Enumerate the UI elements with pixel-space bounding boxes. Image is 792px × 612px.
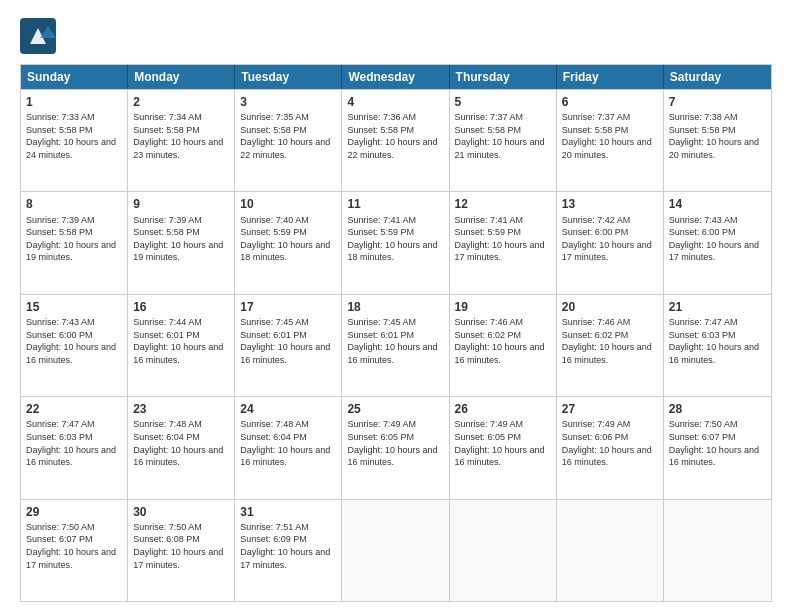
sun-info: Sunrise: 7:41 AM Sunset: 5:59 PM Dayligh… xyxy=(455,214,551,264)
day-number: 8 xyxy=(26,196,122,212)
day-number: 4 xyxy=(347,94,443,110)
day-number: 5 xyxy=(455,94,551,110)
sun-info: Sunrise: 7:46 AM Sunset: 6:02 PM Dayligh… xyxy=(562,316,658,366)
logo-icon xyxy=(20,18,56,54)
day-number: 23 xyxy=(133,401,229,417)
day-number: 18 xyxy=(347,299,443,315)
calendar-cell: 10Sunrise: 7:40 AM Sunset: 5:59 PM Dayli… xyxy=(235,192,342,293)
calendar-cell: 13Sunrise: 7:42 AM Sunset: 6:00 PM Dayli… xyxy=(557,192,664,293)
header-day-wednesday: Wednesday xyxy=(342,65,449,89)
calendar-cell: 2Sunrise: 7:34 AM Sunset: 5:58 PM Daylig… xyxy=(128,90,235,191)
calendar-cell: 6Sunrise: 7:37 AM Sunset: 5:58 PM Daylig… xyxy=(557,90,664,191)
sun-info: Sunrise: 7:39 AM Sunset: 5:58 PM Dayligh… xyxy=(133,214,229,264)
sun-info: Sunrise: 7:50 AM Sunset: 6:08 PM Dayligh… xyxy=(133,521,229,571)
day-number: 30 xyxy=(133,504,229,520)
sun-info: Sunrise: 7:47 AM Sunset: 6:03 PM Dayligh… xyxy=(26,418,122,468)
page: SundayMondayTuesdayWednesdayThursdayFrid… xyxy=(0,0,792,612)
day-number: 28 xyxy=(669,401,766,417)
calendar-cell: 17Sunrise: 7:45 AM Sunset: 6:01 PM Dayli… xyxy=(235,295,342,396)
day-number: 31 xyxy=(240,504,336,520)
sun-info: Sunrise: 7:37 AM Sunset: 5:58 PM Dayligh… xyxy=(562,111,658,161)
calendar-cell: 23Sunrise: 7:48 AM Sunset: 6:04 PM Dayli… xyxy=(128,397,235,498)
sun-info: Sunrise: 7:34 AM Sunset: 5:58 PM Dayligh… xyxy=(133,111,229,161)
calendar-cell: 19Sunrise: 7:46 AM Sunset: 6:02 PM Dayli… xyxy=(450,295,557,396)
sun-info: Sunrise: 7:44 AM Sunset: 6:01 PM Dayligh… xyxy=(133,316,229,366)
day-number: 13 xyxy=(562,196,658,212)
sun-info: Sunrise: 7:38 AM Sunset: 5:58 PM Dayligh… xyxy=(669,111,766,161)
day-number: 19 xyxy=(455,299,551,315)
calendar-cell: 16Sunrise: 7:44 AM Sunset: 6:01 PM Dayli… xyxy=(128,295,235,396)
calendar-cell xyxy=(342,500,449,601)
sun-info: Sunrise: 7:43 AM Sunset: 6:00 PM Dayligh… xyxy=(669,214,766,264)
calendar-cell: 9Sunrise: 7:39 AM Sunset: 5:58 PM Daylig… xyxy=(128,192,235,293)
header-day-monday: Monday xyxy=(128,65,235,89)
day-number: 6 xyxy=(562,94,658,110)
calendar-header: SundayMondayTuesdayWednesdayThursdayFrid… xyxy=(21,65,771,89)
day-number: 25 xyxy=(347,401,443,417)
sun-info: Sunrise: 7:49 AM Sunset: 6:06 PM Dayligh… xyxy=(562,418,658,468)
sun-info: Sunrise: 7:39 AM Sunset: 5:58 PM Dayligh… xyxy=(26,214,122,264)
calendar-cell: 29Sunrise: 7:50 AM Sunset: 6:07 PM Dayli… xyxy=(21,500,128,601)
calendar-cell: 18Sunrise: 7:45 AM Sunset: 6:01 PM Dayli… xyxy=(342,295,449,396)
calendar-cell xyxy=(557,500,664,601)
calendar-cell: 27Sunrise: 7:49 AM Sunset: 6:06 PM Dayli… xyxy=(557,397,664,498)
sun-info: Sunrise: 7:45 AM Sunset: 6:01 PM Dayligh… xyxy=(347,316,443,366)
day-number: 29 xyxy=(26,504,122,520)
calendar-row-0: 1Sunrise: 7:33 AM Sunset: 5:58 PM Daylig… xyxy=(21,89,771,191)
day-number: 11 xyxy=(347,196,443,212)
sun-info: Sunrise: 7:35 AM Sunset: 5:58 PM Dayligh… xyxy=(240,111,336,161)
calendar-row-4: 29Sunrise: 7:50 AM Sunset: 6:07 PM Dayli… xyxy=(21,499,771,601)
sun-info: Sunrise: 7:50 AM Sunset: 6:07 PM Dayligh… xyxy=(26,521,122,571)
calendar: SundayMondayTuesdayWednesdayThursdayFrid… xyxy=(20,64,772,602)
calendar-row-2: 15Sunrise: 7:43 AM Sunset: 6:00 PM Dayli… xyxy=(21,294,771,396)
calendar-cell: 31Sunrise: 7:51 AM Sunset: 6:09 PM Dayli… xyxy=(235,500,342,601)
sun-info: Sunrise: 7:47 AM Sunset: 6:03 PM Dayligh… xyxy=(669,316,766,366)
sun-info: Sunrise: 7:37 AM Sunset: 5:58 PM Dayligh… xyxy=(455,111,551,161)
sun-info: Sunrise: 7:40 AM Sunset: 5:59 PM Dayligh… xyxy=(240,214,336,264)
day-number: 22 xyxy=(26,401,122,417)
header-day-sunday: Sunday xyxy=(21,65,128,89)
day-number: 14 xyxy=(669,196,766,212)
day-number: 12 xyxy=(455,196,551,212)
day-number: 24 xyxy=(240,401,336,417)
sun-info: Sunrise: 7:43 AM Sunset: 6:00 PM Dayligh… xyxy=(26,316,122,366)
calendar-cell: 7Sunrise: 7:38 AM Sunset: 5:58 PM Daylig… xyxy=(664,90,771,191)
calendar-cell xyxy=(450,500,557,601)
day-number: 16 xyxy=(133,299,229,315)
header-day-friday: Friday xyxy=(557,65,664,89)
sun-info: Sunrise: 7:46 AM Sunset: 6:02 PM Dayligh… xyxy=(455,316,551,366)
day-number: 7 xyxy=(669,94,766,110)
header xyxy=(20,18,772,54)
calendar-cell: 22Sunrise: 7:47 AM Sunset: 6:03 PM Dayli… xyxy=(21,397,128,498)
sun-info: Sunrise: 7:48 AM Sunset: 6:04 PM Dayligh… xyxy=(133,418,229,468)
calendar-cell: 28Sunrise: 7:50 AM Sunset: 6:07 PM Dayli… xyxy=(664,397,771,498)
calendar-cell: 12Sunrise: 7:41 AM Sunset: 5:59 PM Dayli… xyxy=(450,192,557,293)
sun-info: Sunrise: 7:51 AM Sunset: 6:09 PM Dayligh… xyxy=(240,521,336,571)
header-day-tuesday: Tuesday xyxy=(235,65,342,89)
day-number: 1 xyxy=(26,94,122,110)
sun-info: Sunrise: 7:49 AM Sunset: 6:05 PM Dayligh… xyxy=(347,418,443,468)
calendar-cell: 8Sunrise: 7:39 AM Sunset: 5:58 PM Daylig… xyxy=(21,192,128,293)
calendar-cell: 26Sunrise: 7:49 AM Sunset: 6:05 PM Dayli… xyxy=(450,397,557,498)
sun-info: Sunrise: 7:49 AM Sunset: 6:05 PM Dayligh… xyxy=(455,418,551,468)
day-number: 10 xyxy=(240,196,336,212)
logo xyxy=(20,18,60,54)
sun-info: Sunrise: 7:48 AM Sunset: 6:04 PM Dayligh… xyxy=(240,418,336,468)
calendar-row-3: 22Sunrise: 7:47 AM Sunset: 6:03 PM Dayli… xyxy=(21,396,771,498)
calendar-cell: 30Sunrise: 7:50 AM Sunset: 6:08 PM Dayli… xyxy=(128,500,235,601)
calendar-cell: 25Sunrise: 7:49 AM Sunset: 6:05 PM Dayli… xyxy=(342,397,449,498)
calendar-cell: 15Sunrise: 7:43 AM Sunset: 6:00 PM Dayli… xyxy=(21,295,128,396)
day-number: 15 xyxy=(26,299,122,315)
calendar-cell: 3Sunrise: 7:35 AM Sunset: 5:58 PM Daylig… xyxy=(235,90,342,191)
day-number: 2 xyxy=(133,94,229,110)
sun-info: Sunrise: 7:41 AM Sunset: 5:59 PM Dayligh… xyxy=(347,214,443,264)
header-day-thursday: Thursday xyxy=(450,65,557,89)
sun-info: Sunrise: 7:45 AM Sunset: 6:01 PM Dayligh… xyxy=(240,316,336,366)
calendar-cell: 5Sunrise: 7:37 AM Sunset: 5:58 PM Daylig… xyxy=(450,90,557,191)
day-number: 20 xyxy=(562,299,658,315)
calendar-cell: 4Sunrise: 7:36 AM Sunset: 5:58 PM Daylig… xyxy=(342,90,449,191)
calendar-body: 1Sunrise: 7:33 AM Sunset: 5:58 PM Daylig… xyxy=(21,89,771,601)
day-number: 17 xyxy=(240,299,336,315)
day-number: 26 xyxy=(455,401,551,417)
calendar-cell: 1Sunrise: 7:33 AM Sunset: 5:58 PM Daylig… xyxy=(21,90,128,191)
